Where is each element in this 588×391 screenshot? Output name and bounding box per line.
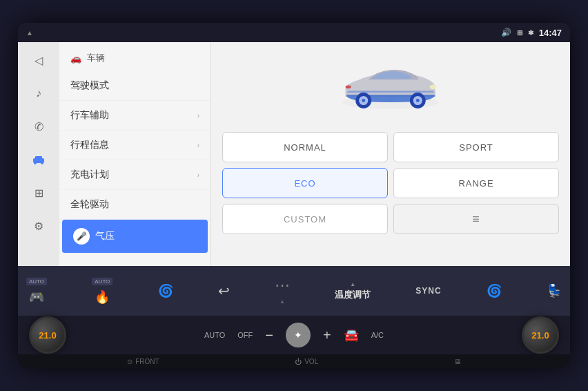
ac-button[interactable]: A/C: [371, 331, 384, 339]
climate-bar: AUTO 🎮 AUTO 🔥 🌀 ↩ ⋯ ▲ ▲ 温度调节 SYNC 🌀: [18, 266, 570, 316]
sidebar-icon-navigation[interactable]: ◁: [29, 50, 48, 70]
vol-icon: ⏻: [295, 358, 302, 365]
menu-item-label-charge-plan: 充电计划: [70, 169, 109, 181]
screen-icon: ⊞: [517, 29, 522, 37]
main-content: ◁ ♪ ✆ ⊞ ⚙ 🚗 车辆 驾驶模式: [18, 42, 570, 266]
mode-label-eco: ECO: [294, 178, 315, 189]
up-arrow-center: ▲: [350, 281, 355, 287]
drive-mode-grid: NORMAL SPORT ECO RANGE CUSTOM ≡: [222, 132, 559, 234]
menu-item-label-pressure: 气压: [95, 230, 115, 242]
menu-item-driving-assist[interactable]: 行车辅助 ›: [59, 101, 210, 131]
vol-label: ⏻ VOL: [295, 358, 318, 365]
fan-left-icon: 🌀: [158, 283, 173, 298]
climate-seat-heat[interactable]: AUTO 🔥: [92, 278, 112, 305]
climate-dots-button[interactable]: ⋯ ▲: [275, 278, 290, 305]
sidebar-icon-music[interactable]: ♪: [29, 84, 48, 103]
screen-label: 🖥: [454, 358, 461, 365]
ac-label: A/C: [371, 331, 384, 339]
menu-item-drive-mode[interactable]: 驾驶模式: [59, 71, 210, 101]
off-button[interactable]: OFF: [237, 331, 253, 339]
sidebar-icon-phone[interactable]: ✆: [29, 117, 48, 136]
volume-icon: 🔊: [501, 28, 511, 37]
minus-icon: −: [265, 327, 273, 343]
bluetooth-icon: ✱: [528, 29, 533, 37]
menu-header: 🚗 车辆: [59, 48, 210, 71]
dots-icon: ⋯: [275, 278, 290, 293]
left-temp-knob[interactable]: 21.0: [29, 316, 66, 354]
climate-center-label[interactable]: ▲ 温度调节: [335, 281, 371, 301]
auto-badge-left: AUTO: [26, 278, 47, 285]
sidebar-icon-vehicle[interactable]: [29, 150, 48, 169]
svg-rect-1: [35, 156, 42, 160]
menu-title: 车辆: [87, 52, 105, 64]
front-icon: ⊙: [127, 358, 133, 365]
mode-btn-sport[interactable]: SPORT: [393, 132, 559, 162]
mode-btn-range[interactable]: RANGE: [393, 168, 559, 198]
left-temp-value: 21.0: [39, 330, 56, 341]
svg-point-11: [429, 84, 436, 89]
signal-icon: ▲: [26, 29, 33, 37]
controls-bar: 21.0 AUTO OFF − ✦ + 🚘 A/C: [18, 316, 570, 354]
climate-steering[interactable]: AUTO 🎮: [26, 278, 47, 305]
plus-icon: +: [323, 327, 331, 343]
vehicle-header-icon: 🚗: [70, 53, 81, 64]
top-bar: ▲ 🔊 ⊞ ✱ 14:47: [18, 23, 570, 42]
menu-item-pressure[interactable]: 🎤 气压: [62, 220, 208, 254]
auto-button[interactable]: AUTO: [204, 331, 225, 339]
menu-item-trip-info[interactable]: 行程信息 ›: [59, 131, 210, 160]
controls-center: AUTO OFF − ✦ + 🚘 A/C: [66, 323, 522, 347]
mode-btn-custom[interactable]: CUSTOM: [222, 204, 388, 234]
bottom-labels: ⊙ FRONT ⏻ VOL 🖥: [18, 354, 570, 368]
arrow-icon-2: ›: [197, 142, 199, 149]
mode-label-sport: SPORT: [459, 142, 493, 153]
svg-point-12: [346, 85, 351, 88]
minus-button[interactable]: −: [265, 327, 273, 343]
right-content: NORMAL SPORT ECO RANGE CUSTOM ≡: [211, 42, 570, 266]
right-temp-knob[interactable]: 21.0: [522, 316, 559, 354]
main-screen: ▲ 🔊 ⊞ ✱ 14:47 ◁ ♪ ✆ ⊞ ⚙: [18, 23, 570, 368]
climate-recirculate[interactable]: ↩: [218, 283, 230, 299]
climate-fan-left[interactable]: 🌀: [158, 283, 173, 298]
front-text: FRONT: [135, 358, 159, 365]
menu-item-awd[interactable]: 全轮驱动: [59, 190, 210, 220]
menu-panel: 🚗 车辆 驾驶模式 行车辅助 › 行程信息 › 充电计划 › 全轮驱动: [59, 42, 211, 266]
svg-point-3: [41, 162, 43, 164]
plus-button[interactable]: +: [323, 327, 331, 343]
svg-point-10: [416, 99, 420, 102]
mode-label-normal: NORMAL: [284, 142, 326, 153]
car-front-icon: 🚘: [344, 327, 359, 343]
svg-point-2: [34, 162, 37, 164]
steering-icon: 🎮: [29, 289, 44, 305]
auto-badge-seat: AUTO: [92, 278, 112, 285]
mic-icon: 🎤: [73, 228, 90, 245]
off-label: OFF: [237, 331, 253, 339]
climate-seat-right[interactable]: 💺: [547, 283, 562, 298]
svg-point-7: [362, 99, 365, 102]
climate-fan-right[interactable]: 🌀: [487, 283, 502, 298]
up-arrow-icon: ▲: [280, 298, 285, 305]
sync-button[interactable]: SYNC: [415, 286, 441, 296]
screen-icon-bottom: 🖥: [454, 358, 461, 365]
mode-label-custom: CUSTOM: [284, 214, 326, 225]
settings-lines-icon: ≡: [472, 212, 480, 227]
menu-item-charge-plan[interactable]: 充电计划 ›: [59, 160, 210, 190]
sync-label: SYNC: [415, 286, 441, 296]
car-image-area: [222, 53, 559, 122]
car-front-button[interactable]: 🚘: [344, 327, 359, 343]
fan-center-button[interactable]: ✦: [286, 323, 311, 347]
seat-right-icon: 💺: [547, 283, 562, 298]
mode-btn-settings[interactable]: ≡: [393, 204, 559, 234]
top-bar-left: ▲: [26, 29, 33, 37]
vol-text: VOL: [304, 358, 318, 365]
arrow-icon-3: ›: [197, 171, 199, 179]
mode-btn-eco[interactable]: ECO: [222, 168, 388, 198]
menu-item-label-driving-assist: 行车辅助: [70, 109, 109, 122]
sidebar-icon-apps[interactable]: ⊞: [29, 183, 48, 202]
auto-label: AUTO: [204, 331, 225, 339]
sidebar-icon-settings[interactable]: ⚙: [29, 216, 48, 236]
seat-heat-icon: 🔥: [95, 289, 110, 305]
fan-center-icon: ✦: [294, 330, 302, 341]
menu-item-label-drive-mode: 驾驶模式: [70, 79, 109, 92]
mode-btn-normal[interactable]: NORMAL: [222, 132, 388, 162]
sidebar: ◁ ♪ ✆ ⊞ ⚙: [18, 42, 59, 266]
